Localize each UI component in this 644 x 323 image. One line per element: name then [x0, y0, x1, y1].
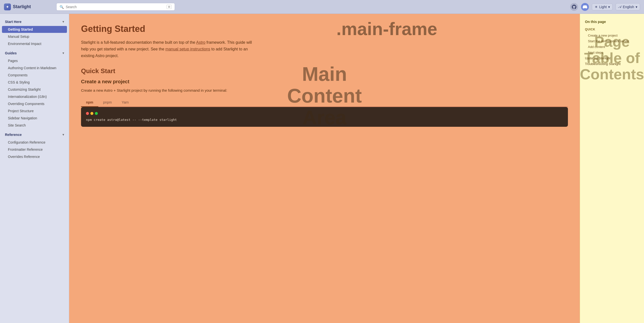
sidebar-section-label-start-here: Start Here	[5, 20, 22, 24]
chevron-down-icon: ▾	[62, 133, 64, 136]
create-project-title: Create a new project	[81, 79, 568, 85]
tab-npm[interactable]: npm	[81, 98, 98, 107]
sidebar-section-label-guides: Guides	[5, 51, 16, 55]
sidebar-section-guides: Guides ▾ Pages Authoring Content in Mark…	[0, 49, 69, 129]
code-block-dots	[86, 112, 563, 115]
github-button[interactable]	[570, 3, 578, 11]
sidebar-section-header-guides[interactable]: Guides ▾	[0, 49, 69, 57]
discord-button[interactable]	[581, 3, 589, 11]
chevron-down-icon: ▾	[62, 20, 64, 24]
language-toggle-button[interactable]: 𝒜 English ▾	[616, 3, 640, 10]
lang-icon: 𝒜	[618, 5, 621, 9]
search-shortcut: ⊞	[166, 5, 172, 9]
tab-yarn[interactable]: Yarn	[117, 98, 134, 107]
create-project-text: Create a new Astro + Starlight project b…	[81, 88, 259, 93]
sidebar-item-frontmatter-reference[interactable]: Frontmatter Reference	[2, 146, 67, 153]
toc-item-add-content[interactable]: Add content	[585, 44, 639, 50]
sidebar-item-sidebar-navigation[interactable]: Sidebar Navigation	[2, 115, 67, 122]
dot-green	[95, 112, 98, 115]
manual-setup-link[interactable]: manual setup instructions	[166, 47, 210, 51]
search-bar[interactable]: 🔍 ⊞	[56, 3, 175, 11]
lang-chevron-icon: ▾	[636, 5, 637, 9]
header-icons: ☀ Light ▾ 𝒜 English ▾	[570, 3, 640, 11]
sidebar-item-site-search[interactable]: Site Search	[2, 122, 67, 129]
sidebar-item-css-styling[interactable]: CSS & Styling	[2, 79, 67, 86]
sidebar-item-getting-started[interactable]: Getting Started	[2, 26, 67, 33]
theme-label: Light	[599, 5, 607, 9]
sidebar-item-overrides-reference[interactable]: Overrides Reference	[2, 153, 67, 160]
main-content: MainContentArea Getting Started Starligh…	[69, 14, 580, 323]
package-manager-tabs: npm pnpm Yarn	[81, 98, 568, 107]
sidebar-section-reference: Reference ▾ Configuration Reference Fron…	[0, 131, 69, 160]
dot-yellow	[90, 112, 94, 115]
sidebar-item-project-structure[interactable]: Project Structure	[2, 108, 67, 114]
theme-icon: ☀	[594, 5, 598, 9]
sidebar-section-start-here: Start Here ▾ Getting Started Manual Setu…	[0, 18, 69, 47]
sidebar-item-manual-setup[interactable]: Manual Setup	[2, 33, 67, 40]
toc-item-dev-server[interactable]: Start the development server	[585, 38, 639, 44]
chevron-down-icon: ▾	[62, 51, 64, 55]
code-block: npm create astro@latest -- --template st…	[81, 107, 568, 127]
app-header: ✦ Starlight 🔍 ⊞ ☀ Light ▾ 𝒜 English ▾	[0, 0, 644, 14]
sidebar-item-pages[interactable]: Pages	[2, 57, 67, 64]
toc-panel: PageTable ofContents On this page Quick …	[580, 14, 644, 323]
main-frame: .main-frame MainContentArea Getting Star…	[69, 14, 644, 323]
astro-link[interactable]: Astro	[196, 40, 205, 45]
toc-item-updating[interactable]: Updating Starlight	[585, 55, 639, 61]
toc-item-create-project[interactable]: Create a new project	[585, 33, 639, 38]
app-logo: ✦ Starlight	[4, 4, 53, 10]
sidebar-item-configuration-reference[interactable]: Configuration Reference	[2, 139, 67, 146]
logo-text: Starlight	[13, 4, 31, 10]
app-body: Start Here ▾ Getting Started Manual Setu…	[0, 14, 644, 323]
sidebar-section-header-start-here[interactable]: Start Here ▾	[0, 18, 69, 26]
toc-title: On this page	[585, 20, 639, 24]
logo-icon: ✦	[4, 4, 11, 10]
toc-item-next-steps[interactable]: Next steps	[585, 50, 639, 55]
page-title: Getting Started	[81, 24, 568, 34]
search-input[interactable]	[66, 5, 164, 9]
sidebar-item-customizing-starlight[interactable]: Customizing Starlight	[2, 86, 67, 93]
sidebar-item-i18n[interactable]: Internationalization (i18n)	[2, 93, 67, 100]
code-content: npm create astro@latest -- --template st…	[86, 118, 177, 122]
theme-toggle-button[interactable]: ☀ Light ▾	[592, 4, 613, 10]
dot-red	[86, 112, 89, 115]
sidebar-item-environmental-impact[interactable]: Environmental Impact	[2, 40, 67, 47]
sidebar: Start Here ▾ Getting Started Manual Setu…	[0, 14, 69, 323]
sidebar-section-header-reference[interactable]: Reference ▾	[0, 131, 69, 139]
toc-quick-label: Quick	[585, 28, 639, 31]
tab-pnpm[interactable]: pnpm	[98, 98, 117, 107]
toc-item-troubleshooting[interactable]: Troubleshooting Starlight	[585, 61, 639, 67]
sidebar-item-components[interactable]: Components	[2, 72, 67, 79]
intro-paragraph: Starlight is a full-featured documentati…	[81, 39, 259, 59]
sidebar-item-overriding-components[interactable]: Overriding Components	[2, 100, 67, 107]
sidebar-section-label-reference: Reference	[5, 133, 22, 137]
sidebar-item-authoring-content[interactable]: Authoring Content in Markdown	[2, 65, 67, 71]
quick-start-title: Quick Start	[81, 67, 568, 75]
lang-label: English	[623, 5, 634, 9]
search-icon: 🔍	[60, 5, 64, 9]
theme-chevron-icon: ▾	[608, 5, 610, 9]
